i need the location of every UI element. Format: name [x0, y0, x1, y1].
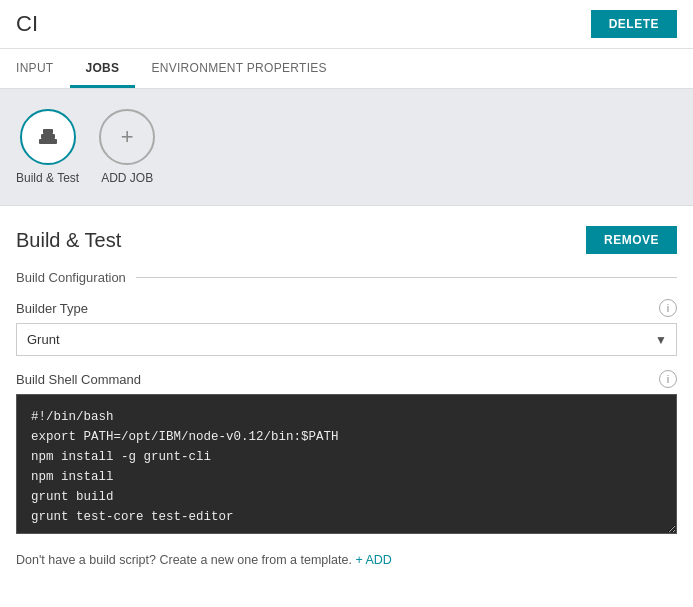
config-divider-line [136, 277, 677, 278]
shell-command-textarea[interactable]: #!/bin/bash export PATH=/opt/IBM/node-v0… [16, 394, 677, 534]
builder-type-row: Builder Type i [16, 299, 677, 317]
delete-button[interactable]: DELETE [591, 10, 677, 38]
add-template-link[interactable]: + ADD [355, 553, 391, 567]
shell-command-info-icon[interactable]: i [659, 370, 677, 388]
builder-type-select[interactable]: Grunt Gradle Maven npm [16, 323, 677, 356]
build-test-section: Build & Test REMOVE Build Configuration … [0, 206, 693, 583]
shell-command-label: Build Shell Command [16, 372, 141, 387]
tab-environment-properties[interactable]: ENVIRONMENT PROPERTIES [135, 49, 343, 88]
remove-button[interactable]: REMOVE [586, 226, 677, 254]
add-job-button[interactable]: + ADD JOB [99, 109, 155, 185]
config-label-row: Build Configuration [16, 270, 677, 285]
builder-type-label: Builder Type [16, 301, 88, 316]
bottom-note: Don't have a build script? Create a new … [16, 553, 677, 567]
page-title: CI [16, 11, 38, 37]
job-build-test[interactable]: Build & Test [16, 109, 79, 185]
svg-rect-0 [39, 139, 57, 144]
build-test-svg-icon [34, 123, 62, 151]
tab-jobs[interactable]: JOBS [70, 49, 136, 88]
tab-input[interactable]: INPUT [16, 49, 70, 88]
tab-bar: INPUT JOBS ENVIRONMENT PROPERTIES [0, 49, 693, 89]
builder-type-select-wrapper: Grunt Gradle Maven npm ▼ [16, 323, 677, 356]
job-build-test-label: Build & Test [16, 171, 79, 185]
shell-command-label-row: Build Shell Command i [16, 370, 677, 388]
config-heading: Build Configuration [16, 270, 126, 285]
builder-type-info-icon[interactable]: i [659, 299, 677, 317]
build-section-title: Build & Test [16, 229, 121, 252]
jobs-area: Build & Test + ADD JOB [0, 89, 693, 205]
header: CI DELETE [0, 0, 693, 49]
add-job-circle-icon: + [99, 109, 155, 165]
bottom-note-text: Don't have a build script? Create a new … [16, 553, 352, 567]
add-job-label: ADD JOB [101, 171, 153, 185]
svg-rect-1 [41, 134, 55, 139]
build-header: Build & Test REMOVE [16, 226, 677, 254]
build-configuration-section: Build Configuration Builder Type i Grunt… [16, 270, 677, 537]
svg-rect-2 [43, 129, 53, 134]
job-build-test-icon [20, 109, 76, 165]
